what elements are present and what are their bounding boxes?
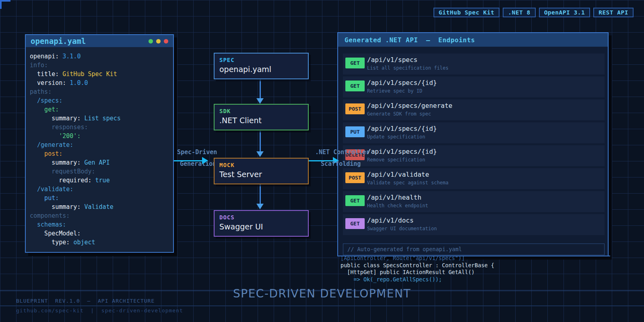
endpoint-row[interactable]: POST/api/v1/specs/generateGenerate SDK f… — [343, 99, 605, 120]
flow-node-mock: MOCKTest Server — [214, 158, 309, 184]
editor-title: openapi.yaml — [31, 37, 86, 45]
api-endpoints-panel: Generated .NET API — Endpoints GET/api/v… — [337, 32, 609, 256]
api-panel-title: Generated .NET API — Endpoints — [345, 36, 475, 44]
corner-accent-vertical — [0, 0, 2, 9]
generated-comment: // Auto-generated from openapi.yaml — [343, 244, 604, 255]
flow-node-docs: DOCSSwagger UI — [214, 210, 309, 237]
endpoint-description: Validate spec against schema — [367, 180, 448, 186]
node-tag: DOCS — [219, 214, 308, 221]
node-name: Swagger UI — [219, 222, 308, 231]
node-tag: SDK — [219, 108, 308, 114]
generated-comment-box: // Auto-generated from openapi.yaml — [343, 244, 605, 255]
yaml-code-line: put: — [30, 194, 169, 202]
footer-divider-bottom — [0, 305, 644, 306]
endpoint-path: /api/v1/health — [367, 194, 421, 201]
editor-window: openapi.yaml openapi: 3.1.0info: title: … — [25, 34, 174, 253]
arrowhead-sdk-mock — [256, 151, 264, 157]
endpoint-row[interactable]: GET/api/v1/healthHealth check endpoint — [343, 191, 605, 212]
endpoint-description: Update specification — [367, 134, 425, 140]
yaml-code-line: SpecModel: — [30, 229, 169, 238]
node-name: .NET Client — [219, 116, 308, 125]
panel-bottom-border-line — [337, 256, 610, 256]
yaml-code-line: openapi: 3.1.0 — [30, 52, 169, 61]
arrow-label-net-controller: .NET Controller — [315, 149, 369, 156]
tech-badge: GitHub Spec Kit — [433, 8, 500, 17]
tech-badge: REST API — [593, 8, 634, 17]
method-badge-get: GET — [345, 80, 365, 91]
yaml-code-line: summary: List specs — [30, 114, 169, 123]
yaml-code-line: type: object — [30, 238, 169, 247]
generated-code-line: [HttpGet] public IActionResult GetAll() — [341, 269, 494, 276]
yaml-code-line: '200': — [30, 132, 169, 140]
endpoint-row[interactable]: GET/api/v1/docsSwagger UI documentation — [343, 214, 605, 235]
method-badge-post: POST — [345, 172, 365, 183]
endpoint-description: Retrieve spec by ID — [367, 88, 422, 94]
arrow-line-editor-mock — [174, 160, 203, 161]
node-name: Test Server — [219, 170, 308, 179]
method-badge-put: PUT — [345, 126, 365, 137]
footer-repo-meta: github.com/spec-kit | spec-driven-develo… — [16, 308, 183, 314]
endpoint-row[interactable]: POST/api/v1/validateValidate spec agains… — [343, 168, 605, 189]
method-badge-post: POST — [345, 103, 365, 114]
tech-badge: OpenAPI 3.1 — [539, 8, 590, 17]
endpoint-path: /api/v1/specs/generate — [367, 102, 452, 109]
yaml-code-line: schemas: — [30, 220, 169, 229]
endpoint-row[interactable]: GET/api/v1/specsList all specification f… — [343, 54, 605, 74]
endpoint-path: /api/v1/specs/{id} — [367, 125, 437, 132]
flow-node-spec: SPECopenapi.yaml — [214, 53, 309, 79]
method-badge-get: GET — [345, 58, 365, 68]
generated-code-block: [ApiController, Route("api/v1/specs")]pu… — [341, 255, 494, 283]
footer-watermark-title: SPEC-DRIVEN DEVELOPMENT — [0, 287, 644, 300]
endpoint-path: /api/v1/validate — [367, 171, 429, 178]
yellow-traffic-light[interactable] — [156, 39, 161, 43]
arrow-line-spec-sdk — [260, 80, 261, 99]
endpoint-path: /api/v1/specs/{id} — [367, 148, 437, 155]
yaml-code-line: components: — [30, 211, 169, 220]
yaml-code-line: summary: Validate — [30, 202, 169, 211]
yaml-code-line: responses: — [30, 123, 169, 132]
yaml-code-line: version: 1.0.0 — [30, 78, 169, 87]
yaml-code-line: required: true — [30, 176, 169, 185]
yaml-code-line: /specs: — [30, 96, 169, 105]
yaml-code-line: requestBody: — [30, 167, 169, 176]
endpoint-path: /api/v1/specs/{id} — [367, 79, 437, 87]
endpoint-description: Swagger UI documentation — [367, 226, 437, 231]
method-badge-get: GET — [345, 218, 365, 229]
endpoint-row[interactable]: GET/api/v1/specs/{id}Retrieve spec by ID — [343, 76, 605, 97]
arrow-label-scaffolding: Scaffolding — [321, 160, 361, 167]
arrowhead-mock-docs — [256, 204, 264, 209]
green-traffic-light[interactable] — [149, 39, 153, 43]
top-badge-row: GitHub Spec Kit.NET 8OpenAPI 3.1REST API — [433, 8, 634, 17]
arrowhead-editor-mock — [202, 157, 208, 164]
node-name: openapi.yaml — [219, 65, 308, 74]
yaml-code-line: paths: — [30, 87, 169, 96]
endpoint-path: /api/v1/specs — [367, 56, 417, 64]
arrow-line-sdk-mock — [260, 131, 261, 152]
api-panel-header: Generated .NET API — Endpoints — [338, 33, 608, 47]
editor-titlebar: openapi.yaml — [26, 35, 173, 47]
yaml-code-line: info: — [30, 61, 169, 70]
yaml-code-line: post: — [30, 149, 169, 158]
node-tag: MOCK — [219, 162, 308, 168]
endpoint-description: Generate SDK from spec — [367, 111, 431, 117]
yaml-code-block: openapi: 3.1.0info: title: GitHub Spec K… — [26, 47, 173, 252]
endpoint-description: Remove specification — [367, 157, 425, 163]
yaml-code-line: summary: Gen API — [30, 158, 169, 167]
flow-node-sdk: SDK.NET Client — [214, 104, 309, 130]
yaml-code-line: get: — [30, 105, 169, 114]
arrowhead-spec-sdk — [256, 98, 264, 104]
node-tag: SPEC — [219, 57, 308, 63]
yaml-code-line: /validate: — [30, 185, 169, 194]
yaml-code-line: title: GitHub Spec Kit — [30, 70, 169, 78]
generated-code-line: public class SpecsController : Controlle… — [341, 262, 494, 269]
blueprint-canvas: GitHub Spec Kit.NET 8OpenAPI 3.1REST API… — [0, 0, 644, 322]
tech-badge: .NET 8 — [503, 8, 535, 17]
endpoint-row[interactable]: PUT/api/v1/specs/{id}Update specificatio… — [343, 122, 605, 143]
traffic-lights — [149, 39, 168, 43]
generated-code-line: => Ok(_repo.GetAllSpecs()); — [341, 276, 494, 283]
endpoint-row[interactable]: DELETE/api/v1/specs/{id}Remove specifica… — [343, 145, 605, 166]
endpoint-path: /api/v1/docs — [367, 217, 414, 224]
method-badge-get: GET — [345, 195, 365, 206]
endpoint-list: GET/api/v1/specsList all specification f… — [343, 54, 605, 237]
red-traffic-light[interactable] — [164, 39, 168, 43]
